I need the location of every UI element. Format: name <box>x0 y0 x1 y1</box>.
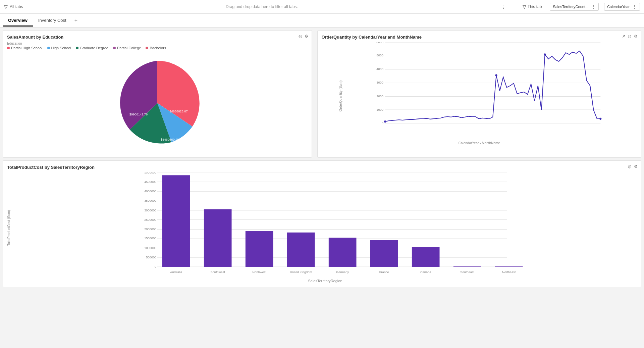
line-path <box>385 51 600 121</box>
pie-chart-title: SalesAmount by Education <box>7 35 308 40</box>
svg-text:3000000: 3000000 <box>144 209 156 212</box>
line-y-axis-label: OrderQuantity (Sum) <box>339 81 342 112</box>
bar-northeast[interactable] <box>495 266 523 267</box>
svg-text:1500000: 1500000 <box>144 237 156 240</box>
legend-dot-bachelors <box>146 47 148 49</box>
svg-text:Southeast: Southeast <box>460 270 474 274</box>
svg-text:3000: 3000 <box>376 81 383 84</box>
bar-chart-content: 0 500000 1000000 1500000 2000000 2500000… <box>13 172 637 283</box>
bar-chart-icons: ◎ ⚙ <box>628 164 638 169</box>
line-gear-icon[interactable]: ⚙ <box>634 34 638 39</box>
bar-southwest[interactable] <box>204 209 232 267</box>
svg-text:5000000: 5000000 <box>144 172 156 174</box>
svg-text:Southwest: Southwest <box>210 270 225 274</box>
line-svg: 0 1000 2000 3000 4000 5000 6000 <box>335 42 644 140</box>
bar-chart-panel: TotalProductCost by SalesTerritoryRegion… <box>3 160 641 287</box>
pie-chart-icons: ◎ ⚙ <box>299 34 308 39</box>
svg-text:Australia: Australia <box>170 270 182 274</box>
svg-text:United Kingdom: United Kingdom <box>290 270 312 274</box>
svg-text:Canada: Canada <box>420 270 431 274</box>
bar-france[interactable] <box>370 240 398 267</box>
pie-chart-panel: SalesAmount by Education ◎ ⚙ Education P… <box>3 30 312 158</box>
bar-uk[interactable] <box>287 233 315 267</box>
legend-item-grad: Graduate Degree <box>76 46 108 50</box>
line-container: OrderQuantity (Sum) 0 1000 2000 3000 400… <box>322 42 637 150</box>
svg-text:6000: 6000 <box>376 42 383 44</box>
svg-text:2500000: 2500000 <box>144 218 156 221</box>
charts-row-1: SalesAmount by Education ◎ ⚙ Education P… <box>0 28 644 160</box>
pie-legend: Partial High School High School Graduate… <box>7 46 308 50</box>
legend-label-partial-hs: Partial High School <box>11 46 43 50</box>
main-content: SalesAmount by Education ◎ ⚙ Education P… <box>0 28 644 290</box>
bar-germany[interactable] <box>329 238 357 267</box>
filter2-more-icon[interactable]: ⋮ <box>632 4 637 9</box>
svg-text:0: 0 <box>155 265 156 268</box>
pie-legend-title: Education <box>7 42 308 45</box>
svg-text:2000: 2000 <box>376 95 383 98</box>
bar-x-axis-label: SalesTerritoryRegion <box>13 279 637 283</box>
svg-text:4500000: 4500000 <box>144 180 156 184</box>
bar-y-axis-label: TotalProductCost (Sum) <box>7 172 11 283</box>
pie-label-grad: $5460560.25 <box>161 138 179 141</box>
all-tabs-btn[interactable]: ▽ All tabs <box>4 4 23 9</box>
svg-text:4000000: 4000000 <box>144 190 156 193</box>
svg-text:2000000: 2000000 <box>144 228 156 231</box>
pie-label-partial-hs: $9900142.76 <box>129 113 148 116</box>
legend-label-bachelors: Bachelors <box>150 46 166 50</box>
line-chart-title: OrderQuantity by CalendarYear and MonthN… <box>322 35 637 40</box>
svg-point-15 <box>495 74 497 76</box>
tab-bar: Overview Inventory Cost + <box>0 14 644 28</box>
line-chart-panel: OrderQuantity by CalendarYear and MonthN… <box>317 30 641 158</box>
pie-container: $9900142.76 $4638026.07 $5460560.25 $772… <box>7 53 308 153</box>
pie-label-bachelors: $7723542.88 <box>135 143 153 146</box>
line-expand-icon[interactable]: ↗ <box>622 34 625 39</box>
tab-overview[interactable]: Overview <box>3 15 33 27</box>
bar-gear-icon[interactable]: ⚙ <box>634 164 638 169</box>
legend-item-partial-hs: Partial High School <box>7 46 43 50</box>
bar-australia[interactable] <box>162 175 190 267</box>
svg-point-14 <box>384 120 386 122</box>
svg-text:Northwest: Northwest <box>252 270 266 274</box>
bar-canada[interactable] <box>412 247 440 267</box>
legend-label-hs: High School <box>51 46 71 50</box>
tab-inventory-cost[interactable]: Inventory Cost <box>33 15 72 27</box>
bar-chart-title: TotalProductCost by SalesTerritoryRegion <box>7 165 637 170</box>
svg-text:5000: 5000 <box>376 54 383 57</box>
bar-northwest[interactable] <box>246 231 273 267</box>
svg-text:500000: 500000 <box>146 256 156 259</box>
legend-label-partial-col: Partial College <box>117 46 141 50</box>
this-tab-btn[interactable]: ▽ This tab <box>520 3 545 11</box>
line-pin-icon[interactable]: ◎ <box>628 34 631 39</box>
filter-chip-1[interactable]: SalesTerritoryCount... ⋮ <box>550 3 599 11</box>
pie-pin-icon[interactable]: ◎ <box>299 34 302 39</box>
svg-text:0: 0 <box>381 121 383 125</box>
pie-svg: $9900142.76 $4638026.07 $5460560.25 $772… <box>110 56 204 150</box>
svg-text:1000: 1000 <box>376 108 383 111</box>
svg-point-16 <box>544 53 546 55</box>
bar-pin-icon[interactable]: ◎ <box>628 164 631 169</box>
svg-text:Northeast: Northeast <box>502 270 516 274</box>
all-tabs-label: All tabs <box>10 4 23 9</box>
svg-point-17 <box>599 118 601 120</box>
line-chart-icons: ↗ ◎ ⚙ <box>622 34 638 39</box>
divider <box>513 3 513 11</box>
legend-item-bachelors: Bachelors <box>146 46 166 50</box>
bar-svg: 0 500000 1000000 1500000 2000000 2500000… <box>13 172 637 277</box>
bar-southeast[interactable] <box>453 266 481 267</box>
top-bar: ▽ All tabs Drag and drop data here to fi… <box>0 0 644 14</box>
add-tab-button[interactable]: + <box>72 15 80 26</box>
legend-label-grad: Graduate Degree <box>80 46 108 50</box>
legend-dot-partial-hs <box>7 47 10 49</box>
line-x-axis-label: CalendarYear - MonthName <box>322 141 637 145</box>
pie-gear-icon[interactable]: ⚙ <box>305 34 308 39</box>
drag-drop-area: Drag and drop data here to filter all ta… <box>28 4 495 9</box>
pie-label-hs: $4638026.07 <box>169 110 187 113</box>
svg-text:1000000: 1000000 <box>144 246 156 250</box>
legend-dot-hs <box>47 47 50 49</box>
svg-text:3500000: 3500000 <box>144 199 156 202</box>
filter-chip-2[interactable]: CalendarYear ⋮ <box>604 3 640 11</box>
more-icon-top[interactable]: ⋮ <box>501 4 506 10</box>
filter1-more-icon[interactable]: ⋮ <box>591 4 596 9</box>
filter-icon-this-tab: ▽ <box>523 4 526 9</box>
legend-dot-partial-col <box>113 47 116 49</box>
